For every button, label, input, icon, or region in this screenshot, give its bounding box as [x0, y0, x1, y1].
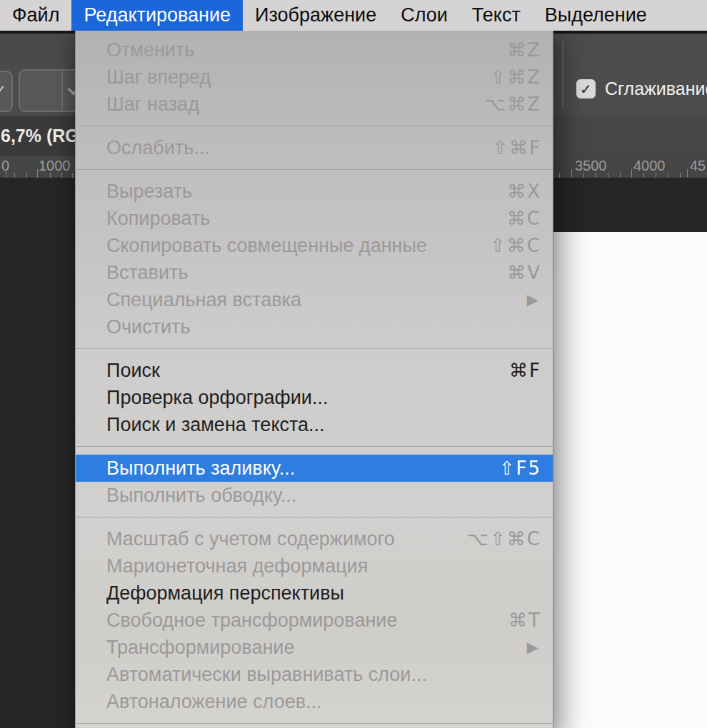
menu-item-label: Копировать — [106, 208, 507, 230]
ruler-tick — [14, 173, 15, 178]
menu-item[interactable]: Деформация перспективы — [76, 580, 553, 607]
checkmark-icon: ✓ — [0, 82, 6, 99]
menu-item: Автоналожение слоев... — [76, 688, 553, 715]
ruler-tick — [596, 173, 596, 178]
menu-item: Выполнить обводку... — [76, 482, 553, 509]
menu-item[interactable]: Проверка орфографии... — [76, 384, 553, 411]
menubar-item-file[interactable]: Файл — [0, 0, 71, 31]
ruler-tick — [643, 173, 644, 178]
menu-item: Шаг вперед⇧⌘Z — [76, 64, 553, 91]
menu-item[interactable]: Выполнить заливку...⇧F5 — [76, 455, 553, 482]
ruler-tick-major — [37, 169, 38, 178]
menu-item-shortcut: ⇧⌘C — [490, 235, 543, 256]
menubar-item-image[interactable]: Изображение — [243, 0, 388, 31]
tool-options-bar-right: ✓ Сглаживание ✓ — [553, 34, 707, 116]
menu-item-label: Автоматически выравнивать слои... — [106, 664, 543, 686]
menu-item-shortcut: ⌘Z — [507, 39, 543, 61]
menu-item-shortcut: ⌘T — [508, 610, 543, 631]
ruler-tick — [26, 173, 27, 178]
menu-item-label: Масштаб с учетом содержимого — [106, 528, 467, 550]
ruler-tick — [559, 173, 560, 178]
ruler-label: 45 — [690, 158, 706, 174]
ruler-tick — [680, 173, 681, 178]
ruler-tick — [72, 173, 73, 178]
menu-item-shortcut: ⌘C — [507, 208, 543, 229]
ruler-tick-major — [571, 169, 572, 178]
menu-item: Шаг назад⌥⌘Z — [76, 91, 553, 118]
ruler-tick-major — [6, 169, 6, 178]
menu-item: Масштаб с учетом содержимого⌥⇧⌘C — [76, 525, 553, 552]
menu-item-label: Автоналожение слоев... — [106, 691, 543, 713]
toolbar-separator — [562, 41, 563, 109]
menu-item[interactable]: Поиск и замена текста... — [76, 411, 553, 438]
edit-menu-dropdown: Отменить⌘ZШаг вперед⇧⌘ZШаг назад⌥⌘ZОслаб… — [75, 31, 553, 728]
menu-item-label: Поиск — [106, 360, 509, 382]
canvas-area-right — [553, 178, 707, 232]
panel-strip-right — [553, 116, 707, 156]
document-titlebar: 6,7% (RGB — [0, 116, 75, 156]
menu-item-shortcut: ⌘V — [507, 262, 543, 283]
menubar: ФайлРедактированиеИзображениеСлоиТекстВы… — [0, 0, 707, 31]
menu-item-label: Ослабить... — [106, 137, 492, 159]
document-canvas — [553, 232, 707, 728]
menu-item-label: Поиск и замена текста... — [106, 414, 543, 436]
horizontal-ruler-left: 01000 — [0, 156, 75, 178]
menu-item-shortcut: ⌥⌘Z — [484, 93, 543, 115]
menubar-item-edit[interactable]: Редактирование — [71, 0, 243, 31]
menubar-item-type[interactable]: Текст — [460, 0, 533, 31]
ruler-tick-major — [631, 169, 632, 178]
ruler-tick — [583, 173, 584, 178]
menu-item-label: Шаг назад — [106, 93, 484, 116]
menu-item-shortcut: ⌘F — [509, 360, 543, 381]
menu-item-label: Трансформирование — [106, 637, 527, 659]
menubar-item-select[interactable]: Выделение — [533, 0, 659, 31]
menu-item-shortcut: ⌥⇧⌘C — [467, 528, 543, 550]
menu-item: Копировать⌘C — [76, 205, 553, 232]
ruler-label: 3500 — [575, 158, 607, 174]
ruler-tick — [61, 173, 62, 178]
ruler-tick-major — [687, 169, 688, 178]
menu-separator — [76, 118, 553, 134]
menu-item: Специальная вставка▶ — [76, 286, 553, 313]
antialiasing-option: ✓ Сглаживание ✓ — [576, 79, 707, 99]
ruler-label: 1000 — [39, 158, 71, 174]
menubar-item-layers[interactable]: Слои — [388, 0, 460, 31]
menu-item-label: Проверка орфографии... — [106, 387, 543, 409]
menu-item-label: Скопировать совмещенные данные — [106, 235, 490, 257]
menu-item-shortcut: ⇧⌘Z — [490, 66, 543, 88]
document-zoom-title: 6,7% (RGB — [1, 126, 75, 146]
menu-item-label: Марионеточная деформация — [106, 555, 543, 577]
ruler-tick — [668, 173, 668, 178]
horizontal-ruler-right: 3500400045 — [553, 156, 707, 178]
menu-item: Автоматически выравнивать слои... — [76, 661, 553, 688]
canvas-area-left — [0, 178, 75, 728]
menu-item: Ослабить...⇧⌘F — [76, 134, 553, 161]
menu-item-shortcut: ⇧F5 — [499, 457, 543, 479]
menu-item-label: Выполнить обводку... — [106, 485, 543, 507]
antialiasing-checkbox[interactable]: ✓ — [576, 79, 596, 98]
menu-item-label: Очистить — [106, 316, 543, 338]
menu-separator — [76, 340, 553, 357]
menu-item[interactable]: Поиск⌘F — [76, 357, 553, 384]
menu-item-shortcut: ⌘X — [507, 181, 543, 202]
menu-separator — [76, 161, 553, 178]
menu-item: Отменить⌘Z — [76, 36, 553, 64]
tool-preset-dropdown[interactable]: ✓ — [0, 71, 13, 112]
submenu-arrow-icon: ▶ — [527, 291, 543, 308]
menu-item: Очистить — [76, 313, 553, 340]
menu-item-label: Свободное трансформирование — [106, 610, 508, 632]
menu-item-label: Специальная вставка — [106, 289, 527, 311]
menu-item: Марионеточная деформация — [76, 552, 553, 580]
ruler-tick — [50, 173, 51, 178]
submenu-arrow-icon: ▶ — [527, 639, 543, 656]
menu-separator — [76, 509, 553, 525]
menu-item: Свободное трансформирование⌘T — [76, 607, 553, 634]
menu-item-shortcut: ⇧⌘F — [492, 137, 543, 158]
ruler-tick — [608, 173, 608, 178]
menu-separator — [76, 438, 553, 455]
menu-item-label: Деформация перспективы — [106, 582, 543, 605]
ruler-label: 4000 — [633, 158, 666, 174]
menu-item-label: Отменить — [106, 39, 507, 61]
menu-item-label: Шаг вперед — [106, 66, 490, 89]
ruler-tick — [656, 173, 656, 178]
